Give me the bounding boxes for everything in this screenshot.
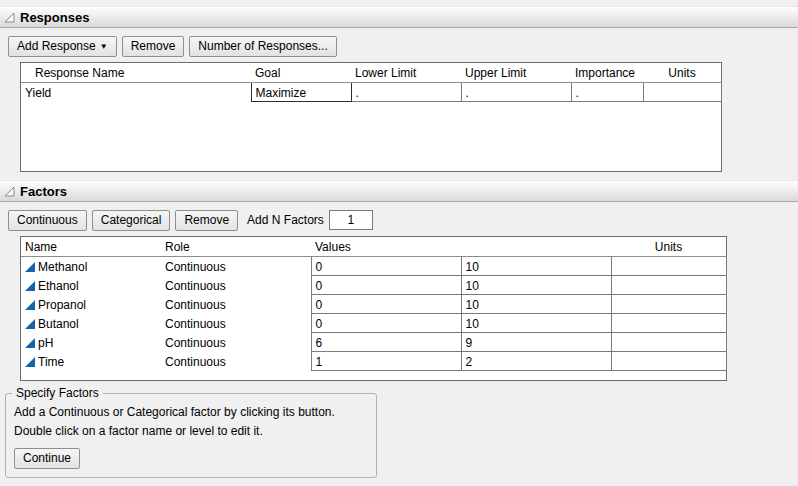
continuous-factor-icon: [25, 281, 35, 291]
specify-factors-groupbox: Specify Factors Add a Continuous or Cate…: [5, 393, 377, 478]
factors-panel-title: Factors: [20, 184, 67, 199]
factor-value2-cell[interactable]: 2: [461, 352, 611, 371]
response-goal-cell[interactable]: Maximize: [251, 83, 351, 102]
factor-name-cell[interactable]: Ethanol: [21, 276, 161, 295]
factor-value1-cell[interactable]: 0: [311, 276, 461, 295]
factor-value2-cell[interactable]: 10: [461, 276, 611, 295]
factor-value2-cell[interactable]: 10: [461, 295, 611, 314]
continuous-factor-icon: [25, 300, 35, 310]
continue-button[interactable]: Continue: [14, 448, 80, 469]
factor-role-cell[interactable]: Continuous: [161, 314, 311, 333]
factor-value1-cell[interactable]: 0: [311, 314, 461, 333]
col-goal: Goal: [251, 63, 351, 83]
add-response-label: Add Response: [17, 39, 96, 53]
col-importance: Importance: [571, 63, 643, 83]
factor-value1-cell[interactable]: 0: [311, 257, 461, 276]
factor-role-cell[interactable]: Continuous: [161, 257, 311, 276]
col-response-name: Response Name: [21, 63, 251, 83]
factor-row: Methanol Continuous 0 10: [21, 257, 726, 276]
specify-factors-instruction-1: Add a Continuous or Categorical factor b…: [14, 404, 368, 420]
factor-value2-cell[interactable]: 10: [461, 314, 611, 333]
factor-value1-cell[interactable]: 0: [311, 295, 461, 314]
factor-value2-cell[interactable]: 10: [461, 257, 611, 276]
factor-units-cell[interactable]: [611, 352, 726, 371]
factor-units-cell[interactable]: [611, 276, 726, 295]
factor-name-label: Ethanol: [38, 279, 79, 293]
factor-row: Time Continuous 1 2: [21, 352, 726, 371]
factor-name-cell[interactable]: pH: [21, 333, 161, 352]
categorical-button[interactable]: Categorical: [92, 210, 171, 231]
col-upper-limit: Upper Limit: [461, 63, 571, 83]
factor-value1-cell[interactable]: 6: [311, 333, 461, 352]
responses-table: Response Name Goal Lower Limit Upper Lim…: [21, 63, 722, 102]
col-factor-name: Name: [21, 237, 161, 257]
response-units-cell[interactable]: [643, 83, 721, 102]
factors-toolbar: Continuous Categorical Remove Add N Fact…: [8, 209, 798, 231]
response-upper-limit-cell[interactable]: .: [461, 83, 571, 102]
factor-name-label: Time: [38, 355, 64, 369]
response-name-cell[interactable]: Yield: [21, 83, 251, 102]
factor-role-cell[interactable]: Continuous: [161, 295, 311, 314]
factor-units-cell[interactable]: [611, 295, 726, 314]
factors-panel-header: Factors: [0, 180, 798, 202]
col-factor-values: Values: [311, 237, 611, 257]
add-n-factors-input[interactable]: [329, 210, 373, 230]
response-importance-cell[interactable]: .: [571, 83, 643, 102]
col-response-units: Units: [643, 63, 721, 83]
chevron-down-icon: ▼: [100, 43, 108, 51]
continuous-button[interactable]: Continuous: [8, 210, 87, 231]
factor-name-cell[interactable]: Butanol: [21, 314, 161, 333]
number-of-responses-button[interactable]: Number of Responses...: [189, 36, 336, 57]
factor-role-cell[interactable]: Continuous: [161, 333, 311, 352]
specify-factors-title: Specify Factors: [12, 386, 103, 400]
factor-row: pH Continuous 6 9: [21, 333, 726, 352]
responses-panel-title: Responses: [20, 10, 89, 25]
col-factor-role: Role: [161, 237, 311, 257]
continuous-factor-icon: [25, 338, 35, 348]
continuous-factor-icon: [25, 262, 35, 272]
factor-role-cell[interactable]: Continuous: [161, 276, 311, 295]
responses-toolbar: Add Response ▼ Remove Number of Response…: [8, 35, 798, 57]
factor-row: Ethanol Continuous 0 10: [21, 276, 726, 295]
factors-header-row: Name Role Values Units: [21, 237, 726, 257]
continuous-factor-icon: [25, 357, 35, 367]
disclosure-open-icon[interactable]: [4, 12, 15, 23]
factor-name-cell[interactable]: Propanol: [21, 295, 161, 314]
factor-name-label: pH: [38, 336, 53, 350]
factors-table: Name Role Values Units Methanol Continuo…: [21, 237, 727, 371]
factor-units-cell[interactable]: [611, 333, 726, 352]
factor-name-cell[interactable]: Time: [21, 352, 161, 371]
col-factor-units: Units: [611, 237, 726, 257]
add-n-factors-label: Add N Factors: [247, 213, 324, 227]
response-row: Yield Maximize . . .: [21, 83, 721, 102]
col-lower-limit: Lower Limit: [351, 63, 461, 83]
factor-value2-cell[interactable]: 9: [461, 333, 611, 352]
responses-header-row: Response Name Goal Lower Limit Upper Lim…: [21, 63, 721, 83]
factor-name-label: Propanol: [38, 298, 86, 312]
factor-name-label: Butanol: [38, 317, 79, 331]
response-lower-limit-cell[interactable]: .: [351, 83, 461, 102]
doe-dialog: Responses Add Response ▼ Remove Number o…: [0, 6, 798, 486]
add-response-button[interactable]: Add Response ▼: [8, 36, 117, 57]
factors-table-container: Name Role Values Units Methanol Continuo…: [20, 236, 727, 381]
disclosure-open-icon[interactable]: [4, 186, 15, 197]
factor-role-cell[interactable]: Continuous: [161, 352, 311, 371]
remove-response-button[interactable]: Remove: [122, 36, 185, 57]
responses-table-container: Response Name Goal Lower Limit Upper Lim…: [20, 62, 722, 172]
factor-row: Propanol Continuous 0 10: [21, 295, 726, 314]
factor-units-cell[interactable]: [611, 314, 726, 333]
remove-factor-button[interactable]: Remove: [175, 210, 238, 231]
specify-factors-instruction-2: Double click on a factor name or level t…: [14, 423, 368, 439]
factor-name-cell[interactable]: Methanol: [21, 257, 161, 276]
responses-panel-header: Responses: [0, 6, 798, 28]
factor-row: Butanol Continuous 0 10: [21, 314, 726, 333]
continuous-factor-icon: [25, 319, 35, 329]
factor-value1-cell[interactable]: 1: [311, 352, 461, 371]
factor-units-cell[interactable]: [611, 257, 726, 276]
factor-name-label: Methanol: [38, 260, 87, 274]
